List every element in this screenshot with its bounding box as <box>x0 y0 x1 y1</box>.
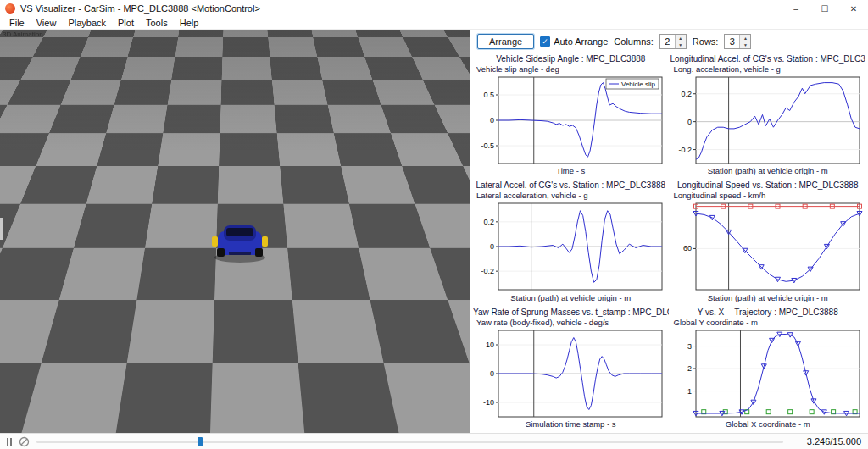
svg-text:Vehicle slip: Vehicle slip <box>621 80 656 88</box>
plot-canvas-longitudinal-speed[interactable]: 60 <box>670 201 866 292</box>
arrange-button[interactable]: Arrange <box>477 34 534 49</box>
titlebar: VS Visualizer - CarSim - MPC_DLC3888 <Mo… <box>0 0 868 17</box>
plot-title: Y vs. X -- Trajectory : MPC_DLC3888 <box>670 306 866 318</box>
svg-text:0: 0 <box>490 369 494 378</box>
maximize-button[interactable]: ☐ <box>810 0 839 17</box>
plot-title: Lateral Accel. of CG's vs. Station : MPC… <box>473 179 669 191</box>
menu-tools[interactable]: Tools <box>140 18 174 28</box>
plot-canvas-trajectory[interactable]: 321 <box>670 328 866 419</box>
svg-text:3: 3 <box>687 341 691 350</box>
plot-xlabel: Station (path) at vehicle origin - m <box>670 166 866 177</box>
loop-disabled-icon[interactable] <box>19 436 30 447</box>
plot-title: Longitudinal Accel. of CG's vs. Station … <box>670 53 866 64</box>
rows-spinner-arrows <box>739 35 750 48</box>
plot-canvas-yaw-rate[interactable]: 100-10 <box>473 328 669 419</box>
plot-xlabel: Station (path) at vehicle origin - m <box>670 293 866 304</box>
plot-ylabel: Long. acceleration, vehicle - g <box>670 64 866 75</box>
columns-value: 2 <box>660 35 675 48</box>
plot-canvas-lateral-accel[interactable]: 0.20-0.2 <box>473 201 669 292</box>
playback-bar: 3.246/15.000 <box>0 433 868 449</box>
columns-label: Columns: <box>614 36 653 47</box>
app-window: VS Visualizer - CarSim - MPC_DLC3888 <Mo… <box>0 0 868 449</box>
plot-longitudinal-accel: Longitudinal Accel. of CG's vs. Station … <box>670 53 866 177</box>
plot-xlabel: Station (path) at vehicle origin - m <box>473 293 669 304</box>
menu-plot[interactable]: Plot <box>112 18 140 28</box>
plot-title: Longitudinal Speed vs. Station : MPC_DLC… <box>670 179 866 191</box>
columns-spinner[interactable]: 2 <box>659 34 687 49</box>
auto-arrange-label: Auto Arrange <box>554 36 608 47</box>
rows-spinner[interactable]: 3 <box>724 34 751 49</box>
plot-lateral-accel: Lateral Accel. of CG's vs. Station : MPC… <box>473 179 669 303</box>
plot-canvas-longitudinal-accel[interactable]: 0.20-0.2 <box>670 75 866 166</box>
plot-trajectory: Y vs. X -- Trajectory : MPC_DLC3888 Glob… <box>670 306 866 430</box>
pause-button[interactable] <box>7 438 12 446</box>
close-button[interactable]: ✕ <box>839 0 868 17</box>
plots-grid: Vehicle Sideslip Angle : MPC_DLC3888 Veh… <box>470 53 868 433</box>
svg-text:0.2: 0.2 <box>681 90 692 98</box>
minimize-button[interactable]: – <box>782 0 810 17</box>
svg-text:2: 2 <box>687 364 691 373</box>
viewport-label: 3D Animation <box>3 30 43 38</box>
main-area: 3D Animation Arrange Auto Arrange <box>0 30 868 433</box>
svg-text:0.5: 0.5 <box>483 91 494 99</box>
plot-title: Vehicle Sideslip Angle : MPC_DLC3888 <box>473 53 669 64</box>
plot-xlabel: Global X coordinate - m <box>670 419 866 430</box>
svg-text:-10: -10 <box>483 398 494 407</box>
menu-help[interactable]: Help <box>174 18 205 28</box>
svg-text:0.2: 0.2 <box>483 218 494 226</box>
plot-toolbar: Arrange Auto Arrange Columns: 2 Rows: 3 <box>470 30 868 53</box>
plot-title: Yaw Rate of Sprung Masses vs. t_stamp : … <box>473 306 669 318</box>
rows-down-icon[interactable] <box>740 42 750 48</box>
plot-xlabel: Time - s <box>473 166 669 177</box>
rows-label: Rows: <box>693 36 719 47</box>
slider-track <box>36 441 783 443</box>
plot-vehicle-sideslip: Vehicle Sideslip Angle : MPC_DLC3888 Veh… <box>473 53 669 177</box>
rows-value: 3 <box>725 35 739 48</box>
rows-up-icon[interactable] <box>740 35 750 42</box>
auto-arrange-control: Auto Arrange <box>540 36 608 47</box>
auto-arrange-checkbox[interactable] <box>540 36 550 47</box>
plot-ylabel: Longitudinal speed - km/h <box>670 191 866 201</box>
plot-ylabel: Yaw rate (body-fixed), vehicle - deg/s <box>473 318 669 328</box>
app-icon <box>5 3 15 14</box>
menu-view[interactable]: View <box>31 18 63 28</box>
svg-text:-0.2: -0.2 <box>481 267 494 275</box>
splitter-grip[interactable] <box>0 218 3 240</box>
plot-ylabel: Lateral acceleration, vehicle - g <box>473 191 669 201</box>
time-display: 3.246/15.000 <box>790 436 861 446</box>
3d-animation-viewport[interactable]: 3D Animation <box>0 30 470 433</box>
plot-ylabel: Vehicle slip angle - deg <box>473 64 669 75</box>
playback-slider[interactable] <box>36 436 783 446</box>
svg-text:0: 0 <box>490 116 494 125</box>
menu-playback[interactable]: Playback <box>62 18 112 28</box>
columns-up-icon[interactable] <box>676 35 686 42</box>
plot-yaw-rate: Yaw Rate of Sprung Masses vs. t_stamp : … <box>473 306 669 430</box>
plot-xlabel: Simulation time stamp - s <box>473 419 669 430</box>
vehicle <box>203 219 276 265</box>
columns-spinner-arrows <box>675 35 686 48</box>
svg-text:1: 1 <box>687 386 691 395</box>
svg-text:-0.5: -0.5 <box>481 141 494 150</box>
plot-canvas-sideslip[interactable]: 0.50-0.5Vehicle slip <box>473 75 669 166</box>
svg-text:-0.2: -0.2 <box>678 146 692 154</box>
svg-text:60: 60 <box>682 245 691 253</box>
menubar: File View Playback Plot Tools Help <box>0 17 868 30</box>
plot-ylabel: Global Y coordinate - m <box>670 318 866 328</box>
plot-longitudinal-speed: Longitudinal Speed vs. Station : MPC_DLC… <box>670 179 866 303</box>
window-title: VS Visualizer - CarSim - MPC_DLC3888 <Mo… <box>20 3 260 14</box>
svg-text:0: 0 <box>687 118 691 126</box>
plot-panel: Arrange Auto Arrange Columns: 2 Rows: 3 <box>470 30 868 433</box>
window-controls: – ☐ ✕ <box>782 0 868 17</box>
playback-slider-thumb[interactable] <box>198 437 203 446</box>
columns-down-icon[interactable] <box>676 42 686 48</box>
menu-file[interactable]: File <box>3 18 31 28</box>
svg-text:0: 0 <box>490 242 494 251</box>
svg-text:10: 10 <box>486 341 494 349</box>
